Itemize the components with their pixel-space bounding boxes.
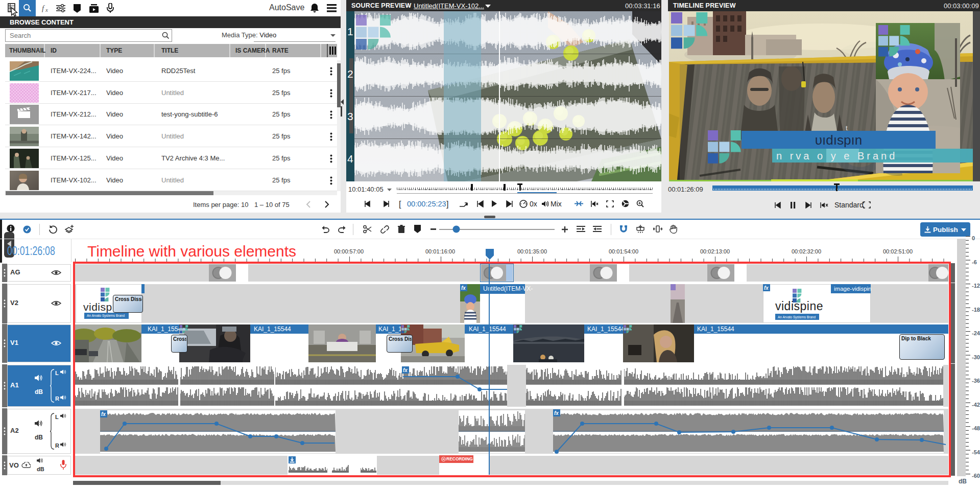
svg-text:t: t <box>846 124 848 132</box>
svg-text:n rva o y e Brand: n rva o y e Brand <box>776 150 897 161</box>
svg-text:x: x <box>45 7 48 13</box>
svg-text:υıdıspın: υıdıspın <box>815 132 862 148</box>
svg-text:f: f <box>42 4 45 12</box>
